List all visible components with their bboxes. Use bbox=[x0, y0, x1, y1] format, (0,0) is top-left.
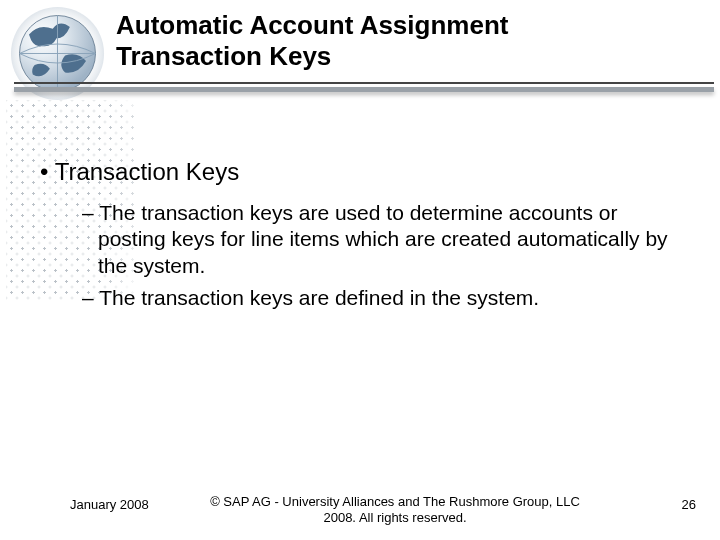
title-underline bbox=[14, 82, 714, 92]
slide: Automatic Account Assignment Transaction… bbox=[0, 0, 720, 540]
slide-title: Automatic Account Assignment Transaction… bbox=[116, 10, 508, 72]
slide-header: Automatic Account Assignment Transaction… bbox=[0, 0, 720, 120]
divider-thin bbox=[14, 82, 714, 84]
footer-copyright: © SAP AG - University Alliances and The … bbox=[210, 494, 580, 527]
bullet-level-1: Transaction Keys bbox=[40, 158, 674, 186]
title-line-1: Automatic Account Assignment bbox=[116, 10, 508, 40]
footer-date: January 2008 bbox=[70, 497, 149, 512]
bullet-level-2: The transaction keys are used to determi… bbox=[82, 200, 674, 279]
slide-body: Transaction Keys The transaction keys ar… bbox=[40, 158, 674, 317]
bullet-sublist: The transaction keys are used to determi… bbox=[82, 200, 674, 311]
footer-page-number: 26 bbox=[682, 497, 696, 512]
divider-thick bbox=[14, 87, 714, 92]
title-line-2: Transaction Keys bbox=[116, 41, 331, 71]
bullet-level-2: The transaction keys are defined in the … bbox=[82, 285, 674, 311]
